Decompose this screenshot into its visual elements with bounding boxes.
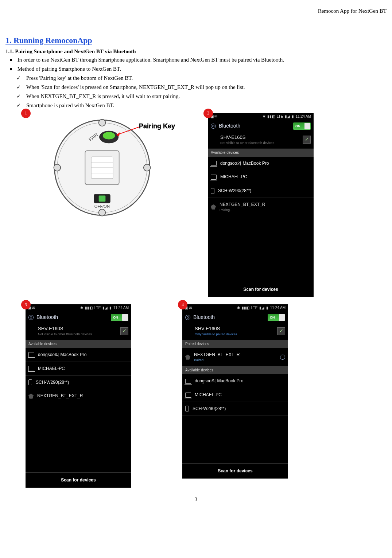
figure-4: 4 ▣✉ ✱ ▮▮◧ LTE ▮◢ ▮ 11:24 AM Bluetooth O… xyxy=(182,304,288,488)
device-row-nextgen-paired[interactable]: NEXTGEN_BT_EXT_R Paired xyxy=(182,348,288,366)
step-badge-1: 1 xyxy=(21,109,31,118)
visibility-checkbox[interactable] xyxy=(120,327,128,335)
scan-button[interactable]: Scan for devices xyxy=(26,472,131,488)
visibility-checkbox[interactable] xyxy=(303,136,311,144)
device-name: MICHAEL-PC xyxy=(220,174,247,180)
settings-icon[interactable] xyxy=(280,355,285,360)
device-row[interactable]: MICHAEL-PC xyxy=(182,388,288,402)
phone-screenshot-3: ▣✉ ✱ ▮▮◧ LTE ▮◢ ▮ 11:24 AM Bluetooth ON … xyxy=(26,304,131,488)
svg-point-5 xyxy=(54,164,61,171)
page-number: 3 xyxy=(5,495,387,503)
device-name: dongsoo의 MacBook Pro xyxy=(220,160,269,167)
self-device-sub: Not visible to other Bluetooth devices xyxy=(220,141,274,145)
self-device-row[interactable]: SHV-E160S Only visible to paired devices xyxy=(182,323,288,340)
figure-1: 1 PAIR xyxy=(26,113,157,297)
laptop-icon xyxy=(211,161,217,166)
check-item: Press 'Pairing key' at the bottom of Nex… xyxy=(16,74,387,82)
bluetooth-title: Bluetooth xyxy=(36,314,58,321)
laptop-icon xyxy=(185,379,191,384)
bluetooth-toggle[interactable]: ON xyxy=(111,314,128,321)
check-list: Press 'Pairing key' at the bottom of Nex… xyxy=(5,74,387,109)
phone-icon xyxy=(28,379,32,385)
figure-2: 2 ▣✉ ✱ ▮▮◧ LTE ▮◢ ▮ 11:24 AM Bluetooth O… xyxy=(208,113,314,297)
gear-icon xyxy=(28,315,34,320)
device-row-nextgen[interactable]: NEXTGEN_BT_EXT_R xyxy=(26,389,131,403)
laptop-icon xyxy=(185,393,191,398)
laptop-icon xyxy=(28,352,34,357)
laptop-icon xyxy=(211,175,217,180)
phone-screenshot-4: ▣✉ ✱ ▮▮◧ LTE ▮◢ ▮ 11:24 AM Bluetooth ON … xyxy=(182,304,288,478)
device-icon xyxy=(28,394,34,399)
pairing-key-label: Pairing Key xyxy=(139,122,175,131)
laptop-icon xyxy=(28,366,34,371)
clock-label: 11:24 AM xyxy=(296,114,311,118)
device-name: SCH-W290(28**) xyxy=(218,188,251,194)
step-badge-3: 3 xyxy=(21,300,31,309)
device-row[interactable]: SCH-W290(28**) xyxy=(208,184,314,198)
gear-icon xyxy=(211,124,216,129)
paired-status: Paired xyxy=(194,358,240,363)
device-row[interactable]: dongsoo의 MacBook Pro xyxy=(182,374,288,388)
bluetooth-icon: ✱ xyxy=(263,114,265,118)
step-badge-4: 4 xyxy=(178,300,187,309)
scan-button[interactable]: Scan for devices xyxy=(182,463,288,479)
svg-point-2 xyxy=(99,119,106,126)
available-header: Available devices xyxy=(208,149,314,157)
lte-label: LTE xyxy=(277,114,283,118)
device-icon xyxy=(185,355,190,360)
phone-screenshot-2: ▣✉ ✱ ▮▮◧ LTE ▮◢ ▮ 11:24 AM Bluetooth ON … xyxy=(208,113,314,297)
device-row[interactable]: dongsoo의 MacBook Pro xyxy=(26,348,131,362)
svg-point-7 xyxy=(103,132,115,140)
phone-icon xyxy=(211,188,214,194)
section-title: 1. Running RemoconApp xyxy=(5,35,387,46)
scan-button[interactable]: Scan for devices xyxy=(208,282,314,297)
self-device-name: SHV-E160S xyxy=(220,134,274,141)
device-row[interactable]: SCH-W290(28**) xyxy=(182,402,288,416)
self-device-row[interactable]: SHV-E160S Not visible to other Bluetooth… xyxy=(208,132,314,149)
subsection-title: 1.1. Pairing Smartphone and NextGen BT v… xyxy=(5,48,387,55)
bluetooth-title: Bluetooth xyxy=(193,314,215,321)
svg-point-4 xyxy=(99,209,106,216)
device-name: NEXTGEN_BT_EXT_R xyxy=(220,202,265,208)
gear-icon xyxy=(185,315,190,320)
visibility-checkbox[interactable] xyxy=(277,327,285,335)
svg-rect-14 xyxy=(99,195,106,202)
svg-point-3 xyxy=(144,164,151,171)
device-icon xyxy=(211,204,216,210)
check-item: Smartphone is paired with NextGen BT. xyxy=(16,102,387,109)
self-device-row[interactable]: SHV-E160S Not visible to other Bluetooth… xyxy=(26,323,131,340)
available-header: Available devices xyxy=(26,340,131,348)
device-diagram: PAIR OFF/ON Pairing Key xyxy=(51,117,153,219)
check-item: When NEXTGEN_BT_EXT_R is pressed, it wil… xyxy=(16,93,387,100)
step-badge-2: 2 xyxy=(203,109,213,118)
bluetooth-toggle[interactable]: ON xyxy=(293,122,311,130)
phone-icon xyxy=(185,406,189,411)
doc-header: Remocon App for NextGen BT xyxy=(5,7,387,15)
bullet-list: In order to use NextGen BT through Smart… xyxy=(5,56,387,73)
device-row[interactable]: SCH-W290(28**) xyxy=(26,376,131,390)
offon-text: OFF/ON xyxy=(94,204,110,208)
bluetooth-toggle[interactable]: ON xyxy=(268,314,285,321)
bullet-item: Method of pairing Smartphone to NextGen … xyxy=(10,65,387,73)
bluetooth-title: Bluetooth xyxy=(219,122,240,130)
figure-3: 3 ▣✉ ✱ ▮▮◧ LTE ▮◢ ▮ 11:24 AM Bluetooth O… xyxy=(26,304,131,488)
check-item: When 'Scan for devices' is pressed on Sm… xyxy=(16,83,387,91)
bullet-item: In order to use NextGen BT through Smart… xyxy=(10,56,387,64)
available-header: Available devices xyxy=(182,366,288,374)
device-row-nextgen[interactable]: NEXTGEN_BT_EXT_R Pairing... xyxy=(208,198,314,216)
device-row[interactable]: dongsoo의 MacBook Pro xyxy=(208,157,314,171)
paired-header: Paired devices xyxy=(182,340,288,348)
pairing-status: Pairing... xyxy=(220,208,265,212)
device-row[interactable]: MICHAEL-PC xyxy=(208,170,314,184)
device-row[interactable]: MICHAEL-PC xyxy=(26,362,131,376)
